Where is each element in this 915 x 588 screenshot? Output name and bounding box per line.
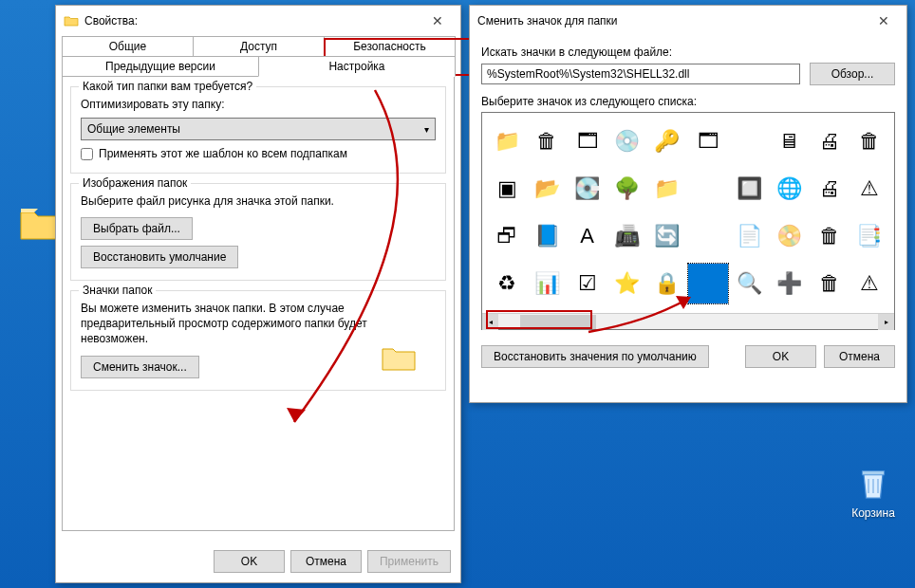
change-icon-title: Сменить значок для папки (477, 14, 868, 28)
search2-icon[interactable]: 🔍 (731, 266, 767, 302)
add-icon[interactable]: ➕ (771, 266, 807, 302)
burn-icon[interactable]: 📀 (771, 218, 807, 254)
ok-button[interactable]: OK (214, 550, 285, 573)
checklist-icon[interactable]: ☑ (570, 266, 606, 302)
tab-general[interactable]: Общие (62, 36, 194, 56)
folder-blue-icon[interactable]: 📘 (529, 218, 565, 254)
disc-icon[interactable]: 💿 (609, 123, 645, 159)
chart-icon[interactable]: 📊 (529, 266, 565, 302)
trash-icon[interactable]: 🗑 (812, 218, 848, 254)
drive-icon[interactable]: 💽 (570, 171, 606, 207)
folder-pictures-legend: Изображения папок (79, 176, 191, 190)
tab-sharing[interactable]: Доступ (193, 36, 325, 56)
refresh-folder-icon[interactable]: 🔄 (649, 218, 685, 254)
app-icon[interactable]: 🗗 (489, 218, 525, 254)
folder-type-group: Какой тип папки вам требуется? Оптимизир… (70, 86, 446, 174)
apply-template-label: Применять этот же шаблон ко всем подпапк… (99, 146, 347, 161)
warn2-icon[interactable]: ⚠ (851, 266, 887, 302)
folder-open-icon[interactable]: 📂 (529, 171, 565, 207)
tab-row-2: Предыдущие версии Настройка (62, 56, 455, 76)
page-icon[interactable]: 📄 (731, 218, 767, 254)
close-button[interactable]: ✕ (422, 11, 453, 30)
folder-type-dropdown[interactable]: Общие элементы (81, 118, 436, 140)
apply-template-checkbox[interactable] (81, 148, 93, 160)
ok-button[interactable]: OK (745, 345, 816, 368)
folder2-icon[interactable]: 📁 (649, 171, 685, 207)
blank-icon[interactable] (731, 123, 767, 159)
folder-icons-group: Значки папок Вы можете изменить значок п… (70, 290, 446, 392)
icon-path-input[interactable] (481, 64, 800, 84)
properties-titlebar[interactable]: Свойства: ✕ (56, 6, 460, 36)
icon-grid: 📁🗑🗔💿🔑🗔 🖥🖨🗑▣📂💽🌳📁 🔲🌐🖨⚠🗗📘A📠🔄 📄📀🗑📑♻📊☑⭐🔒 🔍➕🗑⚠ (488, 119, 888, 306)
folder-icons-desc: Вы можете изменить значок папки. В этом … (81, 301, 436, 347)
recycle-bin[interactable]: Корзина (850, 465, 896, 520)
control-panel-icon[interactable]: 🗔 (570, 123, 606, 159)
folder-pictures-desc: Выберите файл рисунка для значка этой па… (81, 193, 436, 209)
lock-icon[interactable]: 🔒 (649, 266, 685, 302)
blank3-icon[interactable] (690, 218, 726, 254)
search-label: Искать значки в следующем файле: (481, 46, 895, 59)
scroll-right-arrow[interactable]: ▸ (878, 314, 894, 330)
change-icon-button-row: Восстановить значения по умолчанию OK От… (481, 345, 895, 368)
folder-pictures-group: Изображения папок Выберите файл рисунка … (70, 183, 446, 280)
window-icon[interactable]: 🗔 (690, 123, 726, 159)
optimize-label: Оптимизировать эту папку: (81, 98, 224, 111)
blank2-icon[interactable] (690, 171, 726, 207)
properties-button-bar: OK Отмена Применить (56, 550, 460, 582)
shortcut-icon[interactable]: ▣ (489, 171, 525, 207)
folder-type-legend: Какой тип папки вам требуется? (79, 80, 256, 93)
font-icon[interactable]: A (570, 218, 606, 254)
recycle-empty-icon[interactable]: 🗑 (851, 123, 887, 159)
tree-icon[interactable]: 🌳 (609, 171, 645, 207)
select-label: Выберите значок из следующего списка: (481, 95, 895, 108)
cancel-button[interactable]: Отмена (290, 550, 362, 573)
printer2-icon[interactable]: 🖨 (812, 171, 848, 207)
recycle2-icon[interactable]: ♻ (489, 266, 525, 302)
fax-icon[interactable]: 📠 (609, 218, 645, 254)
folder-icon[interactable]: 📁 (489, 123, 525, 159)
change-icon-titlebar[interactable]: Сменить значок для папки ✕ (470, 6, 906, 36)
restore-defaults-button[interactable]: Восстановить значения по умолчанию (481, 345, 709, 368)
folder-icons-legend: Значки папок (79, 284, 156, 297)
network-icon[interactable]: 🌐 (771, 171, 807, 207)
tab-previous[interactable]: Предыдущие версии (62, 56, 259, 76)
monitor-icon[interactable]: 🖥 (771, 123, 807, 159)
restore-default-button[interactable]: Восстановить умолчание (81, 246, 238, 268)
icon-grid-wrapper: 📁🗑🗔💿🔑🗔 🖥🖨🗑▣📂💽🌳📁 🔲🌐🖨⚠🗗📘A📠🔄 📄📀🗑📑♻📊☑⭐🔒 🔍➕🗑⚠… (481, 112, 895, 330)
cancel-button[interactable]: Отмена (824, 345, 895, 368)
close-button[interactable]: ✕ (868, 11, 899, 30)
recycle-bin-icon[interactable]: 🗑 (529, 123, 565, 159)
pages-icon[interactable]: 📑 (851, 218, 887, 254)
blue-square-icon[interactable] (688, 264, 728, 303)
change-icon-button[interactable]: Сменить значок... (81, 356, 199, 378)
folder-icon (64, 14, 79, 28)
change-icon-window: Сменить значок для папки ✕ Искать значки… (469, 5, 907, 403)
svg-rect-0 (862, 471, 884, 475)
change-icon-body: Искать значки в следующем файле: Обзор..… (470, 36, 906, 377)
properties-title: Свойства: (84, 14, 422, 28)
chip-icon[interactable]: 🔲 (731, 171, 767, 207)
apply-button[interactable]: Применить (367, 550, 451, 573)
recycle-bin-icon (850, 465, 896, 503)
dropdown-value: Общие элементы (87, 122, 180, 136)
trash2-icon[interactable]: 🗑 (812, 266, 848, 302)
browse-button[interactable]: Обзор... (810, 63, 895, 85)
star-icon[interactable]: ⭐ (609, 266, 645, 302)
folder-preview-icon (381, 342, 417, 373)
printer-icon[interactable]: 🖨 (812, 123, 848, 159)
annotation-box-scroll (486, 310, 592, 329)
tab-content: Какой тип папки вам требуется? Оптимизир… (62, 76, 455, 531)
recycle-bin-label: Корзина (851, 506, 895, 520)
choose-file-button[interactable]: Выбрать файл... (81, 217, 193, 240)
warning-folder-icon[interactable]: ⚠ (851, 171, 887, 207)
key-icon[interactable]: 🔑 (649, 123, 685, 159)
tab-customize[interactable]: Настройка (258, 56, 456, 77)
properties-window: Свойства: ✕ Общие Доступ Безопасность Пр… (55, 5, 461, 583)
